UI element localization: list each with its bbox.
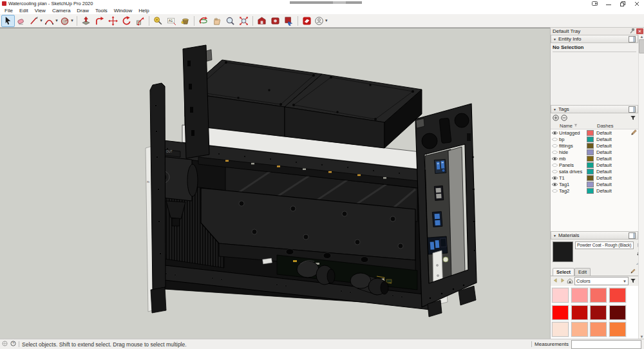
scroll-up-icon[interactable]: ▲ (640, 35, 644, 39)
model-viewport[interactable]: OUT IN (0, 28, 550, 339)
tool-push-pull[interactable] (79, 15, 93, 27)
tag-row[interactable]: mbDefault (551, 155, 638, 162)
tool-zoom-extents[interactable] (237, 15, 251, 27)
tag-dashes-select[interactable]: Default (596, 156, 630, 162)
dock-icon[interactable] (629, 106, 636, 113)
tool-tape-measure[interactable] (151, 15, 165, 27)
tool-sketchup-logo[interactable] (300, 15, 314, 27)
materials-details-icon[interactable] (630, 278, 636, 285)
tool-zoom[interactable] (223, 15, 237, 27)
filter-icon[interactable] (574, 124, 578, 127)
tag-color-swatch[interactable] (587, 137, 594, 142)
scrollbar-thumb[interactable] (639, 39, 644, 53)
tag-dashes-select[interactable]: Default (596, 162, 630, 168)
color-swatch[interactable] (609, 305, 626, 320)
tag-dashes-select[interactable]: Default (596, 130, 630, 136)
eye-hidden-icon[interactable] (551, 188, 559, 194)
in-model-icon[interactable] (567, 278, 573, 285)
entity-info-header[interactable]: ▼ Entity Info (551, 35, 638, 43)
color-swatch[interactable] (590, 322, 607, 337)
eye-hidden-icon[interactable] (551, 137, 559, 142)
tool-select[interactable] (1, 15, 15, 27)
tag-dashes-select[interactable]: Default (596, 169, 630, 174)
tool-sign-in[interactable]: ▼ (314, 15, 329, 27)
tag-color-swatch[interactable] (587, 149, 594, 155)
tag-name[interactable]: Panels (559, 162, 587, 168)
tool-extension-warehouse[interactable] (269, 15, 282, 27)
eye-visible-icon[interactable] (551, 175, 559, 181)
tag-dashes-select[interactable]: Default (596, 143, 630, 149)
current-tag-pencil-icon[interactable] (630, 129, 638, 137)
color-swatch[interactable] (552, 305, 569, 320)
tab-select[interactable]: Select (553, 268, 574, 276)
forward-icon[interactable] (560, 278, 565, 285)
tag-details-icon[interactable] (630, 115, 636, 121)
eye-hidden-icon[interactable] (551, 162, 559, 168)
tag-name[interactable]: Tag2 (559, 188, 587, 194)
tag-name[interactable]: sata drives (559, 169, 587, 174)
tool-shapes[interactable]: ▼ (59, 15, 75, 27)
tool-move[interactable] (106, 15, 120, 27)
eye-hidden-icon[interactable] (551, 143, 559, 149)
tag-row[interactable]: sata drivesDefault (551, 168, 638, 174)
eye-visible-icon[interactable] (551, 130, 559, 136)
eye-hidden-icon[interactable] (551, 149, 559, 155)
restore-button[interactable] (616, 0, 630, 7)
color-swatch[interactable] (590, 305, 607, 320)
menu-help[interactable]: Help (135, 7, 152, 14)
materials-header[interactable]: ▼ Materials (551, 231, 638, 240)
color-swatch[interactable] (571, 322, 588, 337)
tool-rotate[interactable] (120, 15, 133, 27)
tag-row[interactable]: bpDefault (551, 136, 638, 142)
tag-dashes-select[interactable]: Default (596, 188, 630, 194)
dock-icon[interactable] (629, 36, 636, 42)
tag-color-swatch[interactable] (587, 130, 594, 136)
color-swatch[interactable] (609, 288, 626, 303)
measurements-input[interactable] (571, 340, 641, 349)
color-swatch[interactable] (571, 288, 588, 303)
menu-tools[interactable]: Tools (92, 7, 111, 14)
tag-dashes-select[interactable]: Default (596, 182, 630, 187)
back-icon[interactable] (553, 278, 558, 285)
material-preview-swatch[interactable] (553, 241, 573, 262)
remove-tag-icon[interactable] (561, 115, 567, 121)
tag-name[interactable]: hide (559, 149, 587, 155)
color-swatch[interactable] (571, 305, 588, 320)
tags-dashes-column[interactable]: Dashes (597, 123, 613, 129)
color-swatch[interactable] (590, 288, 607, 303)
color-swatch[interactable] (552, 322, 569, 337)
tool-scale[interactable] (133, 15, 147, 27)
dock-icon[interactable] (629, 232, 636, 239)
tag-color-swatch[interactable] (587, 169, 594, 174)
tag-color-swatch[interactable] (587, 188, 594, 194)
tag-color-swatch[interactable] (587, 143, 594, 149)
tool-follow-me[interactable] (93, 15, 106, 27)
minimize-button[interactable] (601, 0, 616, 7)
tag-dashes-select[interactable]: Default (596, 149, 630, 155)
tag-color-swatch[interactable] (587, 162, 594, 168)
tag-name[interactable]: T1 (559, 175, 587, 181)
monitor-icon[interactable] (587, 0, 601, 7)
sample-paint-icon[interactable] (630, 268, 636, 276)
color-swatch[interactable] (552, 288, 569, 303)
tag-dashes-select[interactable]: Default (596, 137, 630, 142)
tag-name[interactable]: bp (559, 137, 587, 142)
chevron-down-icon[interactable]: ▼ (55, 19, 59, 23)
tool-arc[interactable]: ▼ (44, 15, 59, 27)
tag-row[interactable]: Tag2Default (551, 187, 638, 194)
close-button[interactable] (630, 0, 644, 7)
eye-visible-icon[interactable] (551, 156, 559, 162)
menu-draw[interactable]: Draw (73, 7, 92, 14)
tool-line[interactable]: ▼ (28, 15, 44, 27)
tag-name[interactable]: mb (559, 156, 587, 162)
menu-edit[interactable]: Edit (16, 7, 32, 14)
tag-name[interactable]: fittings (559, 143, 587, 149)
tool-3d-warehouse[interactable] (255, 15, 269, 27)
menu-window[interactable]: Window (111, 7, 135, 14)
color-swatch[interactable] (609, 322, 626, 337)
menu-file[interactable]: File (1, 7, 16, 14)
tag-color-swatch[interactable] (587, 175, 594, 181)
tag-color-swatch[interactable] (587, 182, 594, 187)
collection-dropdown[interactable]: Colors ▼ (574, 277, 629, 285)
tool-eraser[interactable] (15, 15, 28, 27)
